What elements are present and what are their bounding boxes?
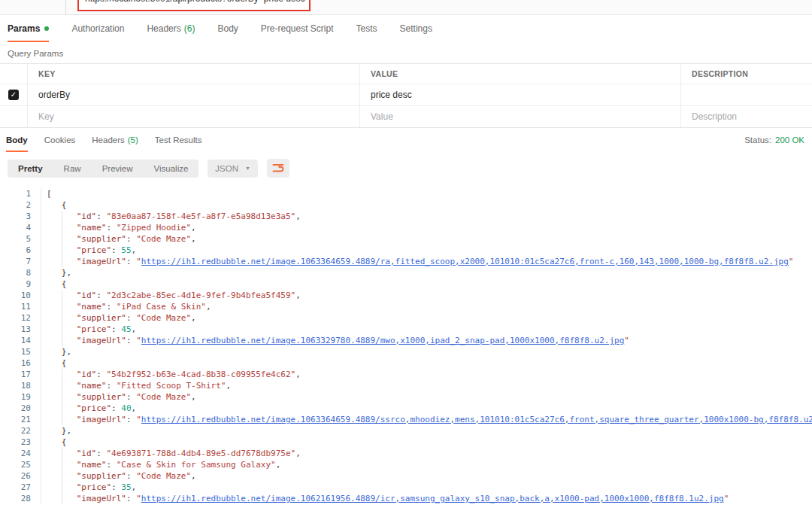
code-line: 24 "id": "4e693871-788d-4db4-89e5-dd7678… (0, 448, 812, 459)
response-link[interactable]: https://ih1.redbubble.net/image.10633646… (141, 415, 812, 424)
code-line-content: { (41, 278, 67, 290)
response-header: BodyCookiesHeaders(5)Test Results Status… (0, 128, 812, 152)
code-token: , (191, 234, 196, 244)
tab-body[interactable]: Body (217, 15, 238, 42)
code-line-content: "supplier": "Code Maze", (41, 470, 196, 482)
code-token: : (96, 449, 106, 458)
code-token (47, 211, 62, 221)
response-tab-test-results[interactable]: Test Results (155, 128, 202, 152)
code-token: "imageUrl" (77, 257, 126, 266)
line-number: 25 (0, 459, 41, 470)
code-token: "Code Maze" (136, 392, 191, 402)
param-description-field[interactable] (680, 84, 812, 105)
code-line-content: "supplier": "Code Maze", (41, 233, 196, 245)
code-token (47, 302, 62, 312)
code-token: , (191, 313, 196, 323)
column-header-description: DESCRIPTION (680, 64, 812, 84)
code-line: 27 "price": 35, (0, 482, 812, 493)
response-link[interactable]: https://ih1.redbubble.net/image.10633646… (141, 257, 789, 266)
code-line: 11 "name": "iPad Case & Skin", (0, 301, 812, 312)
status-label: Status: (744, 135, 771, 144)
code-token (62, 302, 77, 312)
code-token: " (136, 415, 141, 424)
param-key-field[interactable]: orderBy (27, 84, 359, 105)
wrap-lines-icon (272, 163, 284, 174)
tab-tests[interactable]: Tests (356, 15, 377, 42)
code-token: : (126, 234, 136, 244)
tab-pre-request-script[interactable]: Pre-request Script (261, 15, 334, 42)
line-number: 12 (0, 312, 41, 324)
line-number: 26 (0, 470, 41, 482)
response-link[interactable]: https://ih1.redbubble.net/image.10621619… (141, 494, 724, 503)
query-params-table: KEYVALUEDESCRIPTION✓orderByprice descKey… (0, 63, 812, 128)
code-line: 12 "supplier": "Code Maze", (0, 312, 812, 324)
response-tab-headers[interactable]: Headers(5) (92, 128, 138, 152)
code-line-content: "imageUrl": "https://ih1.redbubble.net/i… (41, 335, 629, 346)
code-line-content: "id": "83e0aa87-158f-4e5f-a8f7-e5a98d13e… (41, 211, 301, 222)
response-link[interactable]: https://ih1.redbubble.net/image.10633297… (141, 336, 624, 345)
chevron-down-icon: ▼ (245, 166, 250, 171)
view-mode-preview[interactable]: Preview (92, 160, 144, 178)
code-token: [ (47, 189, 52, 199)
code-token: "id" (77, 211, 97, 221)
line-number: 22 (0, 425, 41, 437)
url-input[interactable]: https://localhost:5001/api/products?orde… (77, 0, 311, 11)
param-value-field[interactable]: Value (359, 106, 680, 127)
line-number: 5 (0, 233, 41, 245)
tab-label: Pre-request Script (261, 23, 334, 34)
response-tab-cookies[interactable]: Cookies (44, 128, 76, 152)
method-selector[interactable]: GET (0, 0, 66, 14)
tab-authorization[interactable]: Authorization (71, 15, 124, 42)
row-checkbox[interactable]: ✓ (8, 90, 19, 100)
checkbox-cell (0, 106, 27, 127)
code-line-content: "price": 40, (41, 403, 136, 414)
code-token: }, (47, 347, 71, 357)
line-number: 13 (0, 324, 41, 335)
code-token: "id" (77, 370, 97, 379)
code-token: 35 (121, 482, 131, 492)
code-line: 28 "imageUrl": "https://ih1.redbubble.ne… (0, 493, 812, 504)
view-mode-visualize[interactable]: Visualize (144, 160, 199, 178)
view-mode-pretty[interactable]: Pretty (8, 160, 53, 178)
code-token: "name" (77, 460, 107, 470)
code-token: : (111, 403, 121, 413)
line-number: 17 (0, 369, 41, 380)
code-line: 25 "name": "Case & Skin for Samsung Gala… (0, 459, 812, 470)
tab-count: (6) (184, 23, 195, 34)
code-token: "Case & Skin for Samsung Galaxy" (117, 460, 276, 470)
code-token (47, 336, 62, 345)
code-token: : (111, 324, 121, 334)
code-line: 20 "price": 40, (0, 403, 812, 414)
code-line-content: "name": "Fitted Scoop T-Shirt", (41, 380, 231, 391)
code-token (62, 234, 77, 244)
response-body-viewer[interactable]: 1[2 {3 "id": "83e0aa87-158f-4e5f-a8f7-e5… (0, 185, 812, 504)
code-token: " (724, 494, 729, 503)
code-token (47, 234, 62, 244)
tab-params[interactable]: Params (8, 15, 49, 42)
code-token: { (47, 279, 67, 289)
code-token: "imageUrl" (77, 336, 126, 345)
column-header-value: VALUE (359, 64, 680, 84)
url-text: https://localhost:5001/api/products?orde… (79, 0, 309, 4)
code-token: "Fitted Scoop T-Shirt" (117, 381, 226, 391)
response-tab-body[interactable]: Body (6, 128, 28, 152)
code-line-content: "id": "54b2f952-b63e-4cad-8b38-c09955fe4… (41, 369, 301, 380)
code-token: " (136, 336, 141, 345)
code-line-content: "price": 55, (41, 245, 136, 256)
param-description-field[interactable]: Description (680, 106, 812, 127)
code-token: : (111, 482, 121, 492)
code-token: : (126, 392, 136, 402)
code-token: 40 (121, 403, 131, 413)
tab-settings[interactable]: Settings (400, 15, 432, 42)
language-dropdown[interactable]: JSON ▼ (208, 160, 258, 178)
param-value-field[interactable]: price desc (359, 84, 680, 105)
wrap-lines-button[interactable] (267, 159, 289, 178)
code-line: 21 "imageUrl": "https://ih1.redbubble.ne… (0, 414, 812, 425)
checkbox-cell: ✓ (0, 84, 27, 105)
param-key-field[interactable]: Key (27, 106, 359, 127)
code-token: "Zipped Hoodie" (117, 223, 191, 233)
view-mode-raw[interactable]: Raw (53, 160, 92, 178)
response-tab-label: Body (6, 135, 28, 144)
tab-headers[interactable]: Headers(6) (147, 15, 195, 42)
code-line: 16 { (0, 357, 812, 369)
